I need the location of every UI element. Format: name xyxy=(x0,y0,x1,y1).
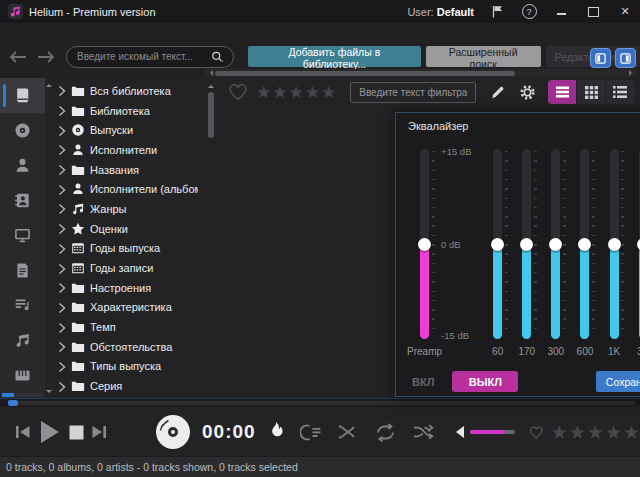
tree-item[interactable]: Типы выпуска xyxy=(55,357,198,377)
eq-slider-track[interactable] xyxy=(629,149,640,339)
expand-chevron-icon[interactable] xyxy=(58,144,66,156)
maximize-button[interactable] xyxy=(584,5,602,19)
expand-chevron-icon[interactable] xyxy=(58,85,66,97)
expand-chevron-icon[interactable] xyxy=(58,341,66,353)
shuffle-icon[interactable] xyxy=(412,424,435,440)
sidebar-item[interactable] xyxy=(0,323,45,358)
tree-item[interactable]: Характеристика xyxy=(55,298,198,318)
seek-bar[interactable] xyxy=(0,398,640,407)
tree-item[interactable]: Библиотека xyxy=(55,101,198,121)
sidebar-item[interactable] xyxy=(0,218,45,253)
sidebar-item[interactable] xyxy=(0,148,45,183)
search-input[interactable] xyxy=(75,50,211,63)
stop-button[interactable] xyxy=(68,424,85,441)
tree-item[interactable]: Выпуски xyxy=(55,120,198,140)
expand-chevron-icon[interactable] xyxy=(58,361,66,373)
tree-item[interactable]: Темп xyxy=(55,317,198,337)
eq-on-button[interactable]: ВКЛ xyxy=(412,376,434,388)
play-button[interactable] xyxy=(37,419,62,445)
volume-slider[interactable] xyxy=(470,430,516,434)
expand-chevron-icon[interactable] xyxy=(58,381,66,393)
scroll-down-icon[interactable] xyxy=(46,390,52,396)
user-indicator[interactable]: User: Default xyxy=(407,6,474,18)
eq-slider-track[interactable] xyxy=(599,149,628,339)
minimize-button[interactable] xyxy=(552,5,570,19)
sidebar-item[interactable] xyxy=(0,358,45,393)
star-icon[interactable]: ★ xyxy=(272,84,287,101)
close-button[interactable]: ✕ xyxy=(616,5,634,19)
sidebar-item[interactable] xyxy=(0,113,45,148)
star-icon[interactable]: ★ xyxy=(551,423,568,442)
tree-item[interactable]: Вся библиотека xyxy=(55,81,198,101)
track-rating-stars[interactable]: ★★★★★ xyxy=(551,423,640,442)
expand-chevron-icon[interactable] xyxy=(58,263,66,275)
eq-slider-track[interactable] xyxy=(483,149,512,339)
detail-view-button[interactable] xyxy=(606,80,634,104)
expand-chevron-icon[interactable] xyxy=(58,203,66,215)
love-track-heart-icon[interactable] xyxy=(529,423,544,442)
sidebar-item[interactable] xyxy=(0,183,45,218)
expand-chevron-icon[interactable] xyxy=(58,184,66,196)
expand-chevron-icon[interactable] xyxy=(58,322,66,334)
play-queue-icon[interactable] xyxy=(300,424,322,441)
star-icon[interactable]: ★ xyxy=(605,423,622,442)
expand-chevron-icon[interactable] xyxy=(58,243,66,255)
eq-slider-handle[interactable] xyxy=(549,238,562,251)
eq-slider-track[interactable] xyxy=(541,149,570,339)
help-icon[interactable]: ? xyxy=(520,5,538,19)
sidebar-item[interactable] xyxy=(0,253,45,288)
edit-pencil-icon[interactable] xyxy=(490,85,505,100)
eq-slider-handle[interactable] xyxy=(418,238,431,251)
advanced-search-button[interactable]: Расширенный поиск xyxy=(426,46,541,67)
expand-chevron-icon[interactable] xyxy=(58,164,66,176)
search-icon[interactable] xyxy=(211,50,225,64)
expand-chevron-icon[interactable] xyxy=(58,223,66,235)
tree-item[interactable]: Годы выпуска xyxy=(55,239,198,259)
star-icon[interactable]: ★ xyxy=(569,423,586,442)
eq-slider-track[interactable] xyxy=(512,149,541,339)
eq-slider-handle[interactable] xyxy=(578,238,591,251)
eq-slider-track[interactable] xyxy=(410,149,439,339)
eq-slider-handle[interactable] xyxy=(637,238,640,251)
grid-view-button[interactable] xyxy=(577,80,606,104)
add-files-button[interactable]: Добавить файлы в библиотеку... xyxy=(248,46,421,67)
sidebar-item[interactable] xyxy=(0,288,45,323)
volume-speaker-icon[interactable] xyxy=(455,425,465,439)
tree-item[interactable]: Жанры xyxy=(55,199,198,219)
star-icon[interactable]: ★ xyxy=(587,423,604,442)
tree-scrollbar[interactable] xyxy=(45,78,53,399)
flame-icon[interactable] xyxy=(266,420,286,445)
star-icon[interactable]: ★ xyxy=(256,84,271,101)
tree-item[interactable]: Исполнители xyxy=(55,140,198,160)
expand-chevron-icon[interactable] xyxy=(58,302,66,314)
tree-item[interactable]: Настроения xyxy=(55,278,198,298)
tree-item[interactable]: Оценки xyxy=(55,219,198,239)
scroll-up-icon[interactable] xyxy=(46,81,52,87)
save-button[interactable]: Сохранить xyxy=(596,371,640,392)
flag-icon[interactable] xyxy=(488,5,506,19)
favorite-heart-icon[interactable] xyxy=(228,83,248,101)
star-icon[interactable]: ★ xyxy=(321,84,336,101)
forward-arrow-icon[interactable] xyxy=(36,50,56,64)
left-panel-toggle-icon[interactable] xyxy=(590,48,611,68)
tree-item[interactable]: Обстоятельства xyxy=(55,337,198,357)
content-scrollbar[interactable] xyxy=(207,82,215,142)
seek-thumb[interactable] xyxy=(8,400,18,406)
star-icon[interactable]: ★ xyxy=(289,84,304,101)
tree-item[interactable]: Названия xyxy=(55,160,198,180)
sidebar-scrollbar[interactable] xyxy=(2,393,42,397)
expand-chevron-icon[interactable] xyxy=(58,105,66,117)
back-arrow-icon[interactable] xyxy=(8,50,28,64)
tree-item[interactable]: Серия xyxy=(55,376,198,396)
eq-slider-handle[interactable] xyxy=(491,238,504,251)
previous-track-button[interactable] xyxy=(14,424,31,440)
expand-chevron-icon[interactable] xyxy=(58,282,66,294)
star-icon[interactable]: ★ xyxy=(623,423,640,442)
settings-gear-icon[interactable] xyxy=(519,84,536,101)
tree-item[interactable]: Годы записи xyxy=(55,258,198,278)
next-track-button[interactable] xyxy=(91,424,108,440)
sidebar-item[interactable] xyxy=(0,78,45,113)
rating-stars[interactable]: ★★★★★ xyxy=(256,84,336,101)
filter-input[interactable] xyxy=(357,86,469,99)
right-panel-toggle-icon[interactable] xyxy=(615,48,636,68)
